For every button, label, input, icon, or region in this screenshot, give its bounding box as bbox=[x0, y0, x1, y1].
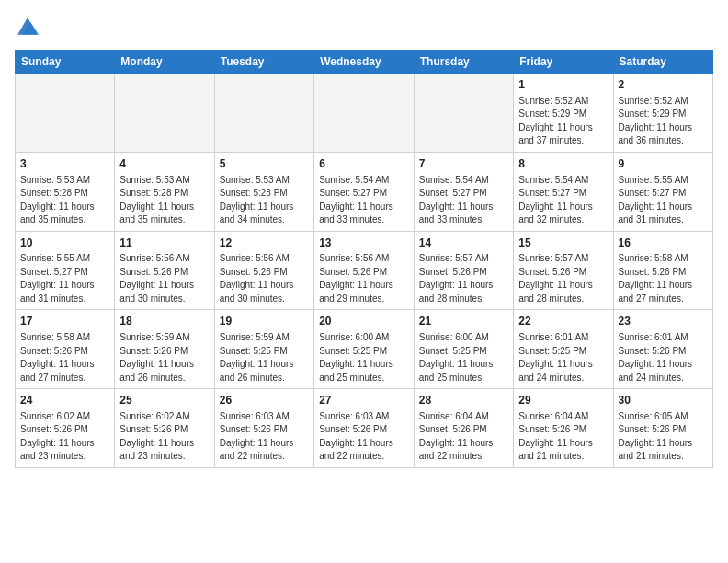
calendar-cell: 5Sunrise: 5:53 AMSunset: 5:28 PMDaylight… bbox=[214, 152, 313, 231]
day-info: Sunrise: 5:54 AMSunset: 5:27 PMDaylight:… bbox=[518, 174, 608, 227]
day-number: 21 bbox=[419, 314, 508, 329]
calendar-row: 3Sunrise: 5:53 AMSunset: 5:28 PMDaylight… bbox=[16, 152, 713, 231]
day-info: Sunrise: 6:00 AMSunset: 5:25 PMDaylight:… bbox=[419, 331, 508, 385]
calendar-cell: 23Sunrise: 6:01 AMSunset: 5:26 PMDayligh… bbox=[613, 310, 713, 389]
calendar-cell: 19Sunrise: 5:59 AMSunset: 5:25 PMDayligh… bbox=[214, 310, 313, 389]
calendar-cell: 27Sunrise: 6:03 AMSunset: 5:26 PMDayligh… bbox=[314, 389, 415, 468]
calendar-header-row: SundayMondayTuesdayWednesdayThursdayFrid… bbox=[16, 51, 713, 74]
day-info: Sunrise: 6:05 AMSunset: 5:26 PMDaylight:… bbox=[619, 410, 709, 464]
day-number: 14 bbox=[419, 236, 508, 251]
day-number: 15 bbox=[518, 236, 608, 251]
day-info: Sunrise: 5:52 AMSunset: 5:29 PMDaylight:… bbox=[518, 95, 608, 148]
weekday-header: Monday bbox=[115, 51, 214, 74]
logo-icon bbox=[15, 15, 40, 40]
day-number: 24 bbox=[20, 393, 109, 408]
calendar-cell: 29Sunrise: 6:04 AMSunset: 5:26 PMDayligh… bbox=[514, 389, 613, 468]
day-info: Sunrise: 6:02 AMSunset: 5:26 PMDaylight:… bbox=[20, 410, 109, 464]
calendar-cell: 24Sunrise: 6:02 AMSunset: 5:26 PMDayligh… bbox=[16, 389, 115, 468]
day-number: 22 bbox=[518, 314, 608, 329]
calendar-row: 24Sunrise: 6:02 AMSunset: 5:26 PMDayligh… bbox=[16, 389, 713, 468]
calendar-cell: 4Sunrise: 5:53 AMSunset: 5:28 PMDaylight… bbox=[115, 152, 214, 231]
day-info: Sunrise: 5:56 AMSunset: 5:26 PMDaylight:… bbox=[319, 252, 409, 305]
day-info: Sunrise: 5:59 AMSunset: 5:26 PMDaylight:… bbox=[119, 331, 209, 385]
day-number: 5 bbox=[220, 156, 309, 172]
calendar-cell: 7Sunrise: 5:54 AMSunset: 5:27 PMDaylight… bbox=[414, 152, 513, 231]
day-info: Sunrise: 5:53 AMSunset: 5:28 PMDaylight:… bbox=[20, 174, 109, 227]
calendar-cell: 20Sunrise: 6:00 AMSunset: 5:25 PMDayligh… bbox=[314, 310, 415, 389]
day-info: Sunrise: 5:54 AMSunset: 5:27 PMDaylight:… bbox=[419, 174, 508, 227]
day-info: Sunrise: 6:00 AMSunset: 5:25 PMDaylight:… bbox=[319, 331, 409, 385]
weekday-header: Thursday bbox=[414, 51, 513, 74]
calendar-cell: 6Sunrise: 5:54 AMSunset: 5:27 PMDaylight… bbox=[314, 152, 415, 231]
day-number: 20 bbox=[319, 314, 409, 329]
day-number: 16 bbox=[619, 236, 709, 251]
calendar-cell bbox=[115, 74, 214, 153]
calendar-cell: 28Sunrise: 6:04 AMSunset: 5:26 PMDayligh… bbox=[414, 389, 513, 468]
calendar-cell: 30Sunrise: 6:05 AMSunset: 5:26 PMDayligh… bbox=[613, 389, 713, 468]
day-info: Sunrise: 5:55 AMSunset: 5:27 PMDaylight:… bbox=[20, 252, 109, 305]
day-info: Sunrise: 5:59 AMSunset: 5:25 PMDaylight:… bbox=[220, 331, 309, 385]
calendar-cell: 9Sunrise: 5:55 AMSunset: 5:27 PMDaylight… bbox=[613, 152, 713, 231]
day-number: 29 bbox=[518, 393, 608, 408]
logo bbox=[15, 15, 44, 40]
page: SundayMondayTuesdayWednesdayThursdayFrid… bbox=[0, 0, 728, 477]
day-number: 8 bbox=[518, 156, 608, 172]
calendar-cell: 15Sunrise: 5:57 AMSunset: 5:26 PMDayligh… bbox=[514, 231, 613, 310]
day-number: 12 bbox=[220, 236, 309, 251]
weekday-header: Sunday bbox=[16, 51, 115, 74]
calendar-row: 10Sunrise: 5:55 AMSunset: 5:27 PMDayligh… bbox=[16, 231, 713, 310]
day-number: 1 bbox=[518, 77, 608, 93]
day-number: 27 bbox=[319, 393, 409, 408]
calendar-cell: 21Sunrise: 6:00 AMSunset: 5:25 PMDayligh… bbox=[414, 310, 513, 389]
day-number: 17 bbox=[20, 314, 109, 329]
day-info: Sunrise: 6:04 AMSunset: 5:26 PMDaylight:… bbox=[419, 410, 508, 464]
day-number: 11 bbox=[119, 236, 209, 251]
weekday-header: Friday bbox=[514, 51, 613, 74]
day-number: 19 bbox=[220, 314, 309, 329]
calendar-cell: 1Sunrise: 5:52 AMSunset: 5:29 PMDaylight… bbox=[514, 74, 613, 153]
day-info: Sunrise: 5:56 AMSunset: 5:26 PMDaylight:… bbox=[220, 252, 309, 305]
day-info: Sunrise: 5:55 AMSunset: 5:27 PMDaylight:… bbox=[619, 174, 709, 227]
calendar-cell bbox=[314, 74, 415, 153]
day-number: 25 bbox=[119, 393, 209, 408]
day-info: Sunrise: 6:02 AMSunset: 5:26 PMDaylight:… bbox=[119, 410, 209, 464]
day-info: Sunrise: 6:04 AMSunset: 5:26 PMDaylight:… bbox=[518, 410, 608, 464]
calendar-cell: 12Sunrise: 5:56 AMSunset: 5:26 PMDayligh… bbox=[214, 231, 313, 310]
day-number: 18 bbox=[119, 314, 209, 329]
day-info: Sunrise: 6:01 AMSunset: 5:26 PMDaylight:… bbox=[619, 331, 709, 385]
day-info: Sunrise: 5:56 AMSunset: 5:26 PMDaylight:… bbox=[119, 252, 209, 305]
calendar-cell bbox=[16, 74, 115, 153]
calendar-cell: 10Sunrise: 5:55 AMSunset: 5:27 PMDayligh… bbox=[16, 231, 115, 310]
day-info: Sunrise: 5:53 AMSunset: 5:28 PMDaylight:… bbox=[119, 174, 209, 227]
calendar-cell: 16Sunrise: 5:58 AMSunset: 5:26 PMDayligh… bbox=[613, 231, 713, 310]
calendar-cell: 14Sunrise: 5:57 AMSunset: 5:26 PMDayligh… bbox=[414, 231, 513, 310]
calendar-cell: 17Sunrise: 5:58 AMSunset: 5:26 PMDayligh… bbox=[16, 310, 115, 389]
day-number: 2 bbox=[619, 77, 709, 93]
weekday-header: Saturday bbox=[613, 51, 713, 74]
header bbox=[15, 15, 713, 40]
day-number: 6 bbox=[319, 156, 409, 172]
calendar-cell bbox=[414, 74, 513, 153]
day-number: 26 bbox=[220, 393, 309, 408]
day-number: 30 bbox=[619, 393, 709, 408]
calendar-cell: 18Sunrise: 5:59 AMSunset: 5:26 PMDayligh… bbox=[115, 310, 214, 389]
day-number: 9 bbox=[619, 156, 709, 172]
day-info: Sunrise: 6:03 AMSunset: 5:26 PMDaylight:… bbox=[319, 410, 409, 464]
day-info: Sunrise: 5:57 AMSunset: 5:26 PMDaylight:… bbox=[419, 252, 508, 305]
day-info: Sunrise: 5:54 AMSunset: 5:27 PMDaylight:… bbox=[319, 174, 409, 227]
calendar-row: 17Sunrise: 5:58 AMSunset: 5:26 PMDayligh… bbox=[16, 310, 713, 389]
weekday-header: Wednesday bbox=[314, 51, 415, 74]
day-info: Sunrise: 6:01 AMSunset: 5:25 PMDaylight:… bbox=[518, 331, 608, 385]
day-info: Sunrise: 5:58 AMSunset: 5:26 PMDaylight:… bbox=[619, 252, 709, 305]
calendar-cell: 13Sunrise: 5:56 AMSunset: 5:26 PMDayligh… bbox=[314, 231, 415, 310]
day-number: 28 bbox=[419, 393, 508, 408]
day-info: Sunrise: 5:58 AMSunset: 5:26 PMDaylight:… bbox=[20, 331, 109, 385]
day-info: Sunrise: 5:57 AMSunset: 5:26 PMDaylight:… bbox=[518, 252, 608, 305]
day-number: 7 bbox=[419, 156, 508, 172]
day-number: 3 bbox=[20, 156, 109, 172]
weekday-header: Tuesday bbox=[214, 51, 313, 74]
calendar-cell: 25Sunrise: 6:02 AMSunset: 5:26 PMDayligh… bbox=[115, 389, 214, 468]
calendar-cell: 8Sunrise: 5:54 AMSunset: 5:27 PMDaylight… bbox=[514, 152, 613, 231]
day-info: Sunrise: 6:03 AMSunset: 5:26 PMDaylight:… bbox=[220, 410, 309, 464]
day-number: 23 bbox=[619, 314, 709, 329]
